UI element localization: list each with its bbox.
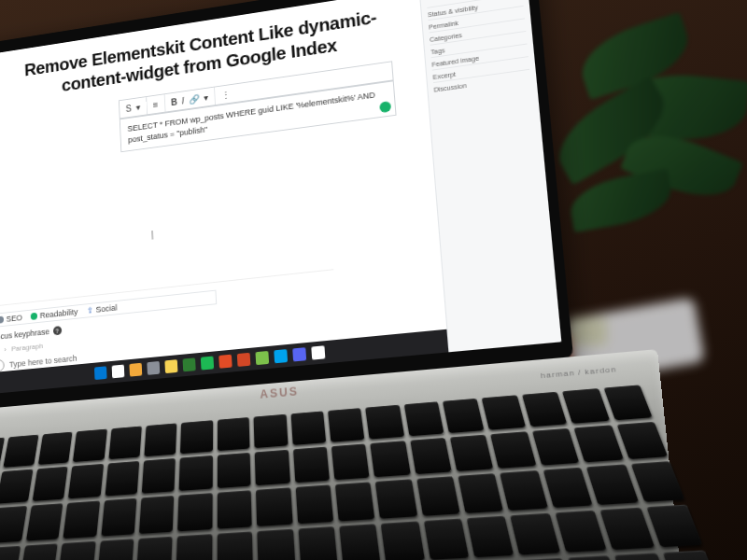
link-button[interactable]: 🔗 (189, 93, 200, 105)
keyboard-key[interactable] (180, 420, 213, 454)
tab-readability[interactable]: Readability (31, 307, 78, 321)
taskbar-app-icon[interactable] (164, 359, 177, 373)
keyboard-key[interactable] (255, 450, 290, 486)
keyboard-key[interactable] (254, 414, 288, 448)
taskbar-app-icon[interactable] (94, 366, 107, 380)
keyboard-key[interactable] (144, 423, 176, 456)
keyboard-key[interactable] (218, 417, 250, 451)
bold-button[interactable]: B (171, 96, 177, 106)
keyboard-key[interactable] (562, 388, 610, 424)
keyboard-key[interactable] (298, 526, 337, 560)
keyboard-key[interactable] (450, 435, 494, 472)
keyboard-key[interactable] (586, 465, 638, 505)
keyboard-key[interactable] (217, 531, 253, 560)
keyboard-key[interactable] (532, 428, 580, 466)
keyboard-key[interactable] (63, 501, 100, 539)
keyboard-key[interactable] (603, 385, 653, 420)
screen: Remove Elementskit Content Like dynamic-… (0, 0, 561, 394)
keyboard-key[interactable] (142, 458, 176, 494)
tab-seo[interactable]: SEO (0, 314, 22, 325)
keyboard-key[interactable] (108, 426, 142, 459)
keyboard-key[interactable] (365, 405, 403, 440)
help-icon[interactable]: ? (52, 326, 61, 335)
keyboard-key[interactable] (4, 435, 39, 468)
keyboard-key[interactable] (68, 464, 104, 499)
keyboard-key[interactable] (218, 453, 251, 488)
tab-social[interactable]: ⇪Social (86, 303, 117, 315)
keyboard-key[interactable] (511, 512, 560, 554)
taskbar-app-icon[interactable] (183, 357, 196, 371)
italic-button[interactable]: I (181, 95, 184, 105)
taskbar-app-icon[interactable] (237, 353, 251, 367)
keyboard-key[interactable] (136, 536, 173, 560)
keyboard-key[interactable] (403, 401, 444, 436)
taskbar-app-icon[interactable] (311, 345, 325, 359)
keyboard-key[interactable] (290, 411, 326, 445)
keyboard-key[interactable] (410, 438, 452, 474)
taskbar-app-icon[interactable] (129, 363, 142, 377)
keyboard-key[interactable] (26, 504, 63, 541)
keyboard-key[interactable] (97, 539, 134, 560)
keyboard-key[interactable] (568, 555, 622, 560)
keyboard-key[interactable] (555, 510, 607, 552)
keyboard-key[interactable] (371, 441, 411, 477)
keyboard-key[interactable] (443, 399, 485, 433)
keyboard-key[interactable] (38, 432, 73, 465)
keyboard-key[interactable] (295, 485, 333, 524)
keyboard-key[interactable] (218, 491, 252, 529)
keyboard-key[interactable] (600, 507, 655, 550)
keyboard-key[interactable] (257, 528, 294, 560)
keyboard-key[interactable] (179, 455, 213, 491)
keyboard-key[interactable] (20, 543, 58, 560)
keyboard-key[interactable] (522, 392, 568, 427)
taskbar-app-icon[interactable] (292, 347, 306, 361)
laptop: Remove Elementskit Content Like dynamic-… (0, 0, 634, 560)
keyboard-key[interactable] (662, 550, 722, 560)
keyboard[interactable] (0, 385, 722, 560)
keyboard-key[interactable] (177, 493, 212, 530)
keyboard-key[interactable] (646, 504, 703, 547)
keyboard-key[interactable] (101, 498, 136, 536)
keyboard-key[interactable] (482, 395, 526, 430)
keyboard-key[interactable] (0, 506, 27, 542)
crumb-current[interactable]: Paragraph (11, 342, 43, 353)
keyboard-key[interactable] (331, 444, 370, 481)
chevron-down-icon[interactable]: ▾ (203, 92, 207, 103)
taskbar-app-icon[interactable] (218, 355, 232, 369)
keyboard-key[interactable] (293, 447, 330, 483)
keyboard-key[interactable] (335, 483, 375, 521)
taskbar-app-icon[interactable] (201, 357, 214, 371)
keyboard-key[interactable] (458, 473, 504, 512)
keyboard-key[interactable] (328, 408, 365, 442)
keyboard-key[interactable] (467, 515, 514, 557)
keyboard-key[interactable] (574, 426, 624, 463)
align-icon[interactable]: ≡ (153, 99, 159, 109)
keyboard-key[interactable] (543, 468, 593, 508)
keyboard-key[interactable] (58, 540, 95, 560)
taskbar-app-icon[interactable] (147, 361, 160, 375)
keyboard-key[interactable] (630, 461, 684, 501)
grammarly-icon[interactable] (379, 101, 391, 113)
keyboard-key[interactable] (616, 422, 668, 459)
keyboard-key[interactable] (0, 469, 33, 504)
taskbar-app-icon[interactable] (112, 365, 125, 379)
keyboard-key[interactable] (416, 477, 460, 516)
taskbar-app-icon[interactable] (255, 351, 269, 365)
keyboard-key[interactable] (32, 467, 67, 501)
keyboard-key[interactable] (139, 496, 175, 533)
keyboard-key[interactable] (256, 488, 292, 526)
keyboard-key[interactable] (381, 521, 425, 560)
more-options-icon[interactable]: ⋮ (220, 89, 230, 100)
keyboard-key[interactable] (73, 429, 106, 463)
keyboard-key[interactable] (339, 524, 381, 560)
keyboard-key[interactable] (105, 461, 139, 497)
chevron-down-icon[interactable]: ▾ (135, 102, 140, 112)
keyboard-key[interactable] (375, 480, 417, 519)
keyboard-key[interactable] (176, 534, 212, 560)
block-type-icon[interactable]: S (125, 103, 132, 113)
taskbar-app-icon[interactable] (274, 349, 288, 363)
keyboard-key[interactable] (423, 518, 469, 560)
keyboard-key[interactable] (0, 545, 21, 560)
keyboard-key[interactable] (491, 431, 537, 469)
keyboard-key[interactable] (500, 470, 548, 510)
